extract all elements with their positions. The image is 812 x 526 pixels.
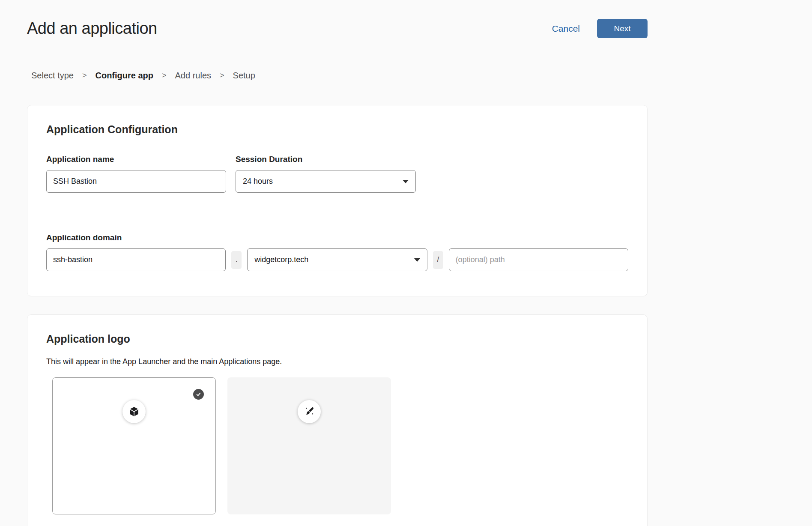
breadcrumb-step-configure-app[interactable]: Configure app	[95, 71, 153, 81]
page-title: Add an application	[27, 19, 157, 38]
next-button[interactable]: Next	[597, 19, 648, 38]
domain-dot-separator: .	[231, 251, 242, 269]
domain-select-value: widgetcorp.tech	[254, 255, 308, 264]
path-input[interactable]	[449, 248, 628, 271]
application-domain-label: Application domain	[46, 233, 628, 242]
application-configuration-title: Application Configuration	[46, 123, 628, 136]
application-logo-title: Application logo	[46, 333, 628, 345]
application-name-field: Application name	[46, 155, 226, 193]
page-content: Add an application Cancel Next Select ty…	[27, 19, 648, 526]
breadcrumb-separator: >	[220, 71, 224, 80]
application-name-input[interactable]	[46, 170, 226, 193]
default-logo-tile[interactable]	[52, 377, 216, 514]
chevron-down-icon	[403, 180, 409, 183]
breadcrumb-step-setup[interactable]: Setup	[233, 71, 255, 81]
session-duration-field: Session Duration 24 hours	[236, 155, 416, 193]
name-duration-row: Application name Session Duration 24 hou…	[46, 155, 628, 193]
application-domain-row: . widgetcorp.tech /	[46, 248, 628, 271]
session-duration-value: 24 hours	[243, 177, 273, 186]
application-configuration-card: Application Configuration Application na…	[27, 105, 648, 296]
breadcrumb-separator: >	[162, 71, 167, 80]
application-name-label: Application name	[46, 155, 226, 164]
custom-logo-tile[interactable]	[227, 377, 391, 514]
application-logo-card: Application logo This will appear in the…	[27, 314, 648, 526]
paintbrush-icon	[298, 400, 321, 423]
breadcrumb-separator: >	[82, 71, 87, 80]
chevron-down-icon	[414, 258, 420, 262]
session-duration-select[interactable]: 24 hours	[236, 170, 416, 193]
domain-select[interactable]: widgetcorp.tech	[247, 248, 427, 271]
application-logo-description: This will appear in the App Launcher and…	[46, 357, 628, 366]
session-duration-label: Session Duration	[236, 155, 416, 164]
cancel-button[interactable]: Cancel	[552, 24, 580, 34]
breadcrumb-step-select-type[interactable]: Select type	[31, 71, 74, 81]
application-domain-field: Application domain . widgetcorp.tech /	[46, 233, 628, 271]
page-header: Add an application Cancel Next	[27, 19, 648, 38]
header-actions: Cancel Next	[552, 19, 648, 38]
cube-icon	[122, 400, 146, 423]
check-icon	[193, 389, 204, 400]
subdomain-input[interactable]	[46, 248, 226, 271]
logo-tiles	[52, 377, 628, 514]
breadcrumb-step-add-rules[interactable]: Add rules	[175, 71, 212, 81]
breadcrumb: Select type > Configure app > Add rules …	[27, 71, 648, 81]
domain-slash-separator: /	[433, 251, 443, 269]
